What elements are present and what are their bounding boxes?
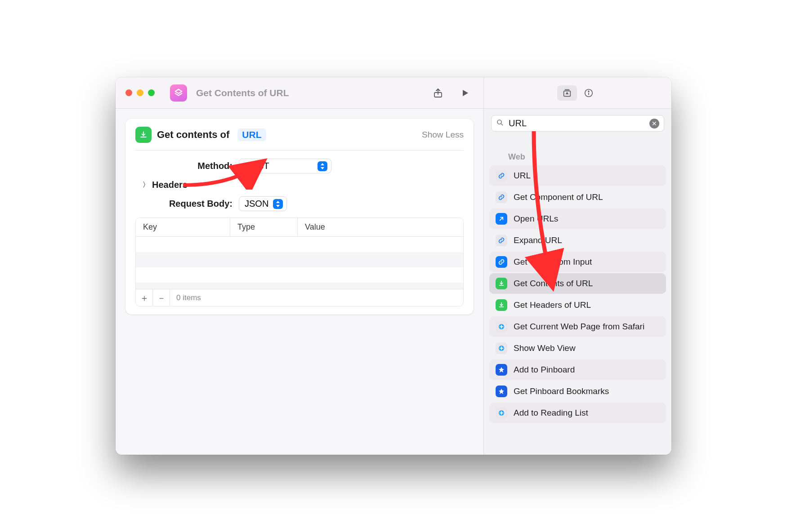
library-item-label: URL <box>514 170 531 181</box>
library-item-label: Show Web View <box>514 343 576 354</box>
library-item-label: Add to Pinboard <box>514 364 575 375</box>
column-header-value[interactable]: Value <box>298 218 463 236</box>
safari-icon <box>496 321 507 332</box>
search-input[interactable] <box>509 118 645 129</box>
titlebar: Get Contents of URL <box>116 77 671 109</box>
library-item-get-headers-of-url[interactable]: Get Headers of URL <box>489 295 666 315</box>
window-title: Get Contents of URL <box>196 88 289 98</box>
method-value: POST <box>245 161 269 171</box>
download-icon <box>496 278 507 289</box>
url-parameter-token[interactable]: URL <box>237 129 266 141</box>
safari-icon <box>496 342 507 354</box>
close-window-button[interactable] <box>125 89 132 96</box>
method-select[interactable]: POST <box>239 159 331 173</box>
titlebar-left: Get Contents of URL <box>116 84 483 102</box>
section-header-web: Web <box>489 150 666 165</box>
library-item-get-urls-from-input[interactable]: Get URLs from Input <box>489 252 666 272</box>
zoom-window-button[interactable] <box>148 89 155 96</box>
library-item-get-pinboard-bookmarks[interactable]: Get Pinboard Bookmarks <box>489 381 666 402</box>
library-item-add-to-pinboard[interactable]: Add to Pinboard <box>489 359 666 380</box>
column-header-key[interactable]: Key <box>136 218 230 236</box>
library-item-label: Get Headers of URL <box>514 300 591 310</box>
link-icon <box>496 256 507 268</box>
column-header-type[interactable]: Type <box>230 218 298 236</box>
info-tab-button[interactable] <box>579 85 599 101</box>
pinboard-icon <box>496 386 507 397</box>
stepper-icon <box>273 199 283 209</box>
library-item-get-current-web-page-safari[interactable]: Get Current Web Page from Safari <box>489 316 666 337</box>
window-controls <box>125 89 155 96</box>
library-item-expand-url[interactable]: Expand URL <box>489 230 666 251</box>
headers-disclosure[interactable]: 〉 Headers <box>143 180 464 190</box>
remove-row-button[interactable]: － <box>153 289 170 306</box>
action-title: Get contents of <box>157 129 229 141</box>
inspector-toolbar <box>483 77 671 108</box>
pinboard-icon <box>496 364 507 376</box>
link-icon <box>496 235 507 246</box>
download-icon <box>496 299 507 311</box>
show-less-button[interactable]: Show Less <box>422 130 464 140</box>
svg-point-3 <box>588 91 589 92</box>
headers-label: Headers <box>152 180 188 190</box>
library-tab-button[interactable] <box>557 85 577 101</box>
search-box[interactable]: ✕ <box>491 115 664 132</box>
safari-icon <box>496 407 507 419</box>
method-label: Method: <box>135 161 239 171</box>
library-item-label: Open URLs <box>514 213 558 224</box>
chevron-right-icon: 〉 <box>143 181 149 189</box>
link-icon <box>496 170 507 182</box>
library-item-url[interactable]: URL <box>489 165 666 186</box>
library-item-label: Add to Reading List <box>514 408 588 418</box>
request-body-select[interactable]: JSON <box>239 196 287 211</box>
library-item-label: Get URLs from Input <box>514 257 592 267</box>
library-item-label: Get Pinboard Bookmarks <box>514 386 609 397</box>
row-count: 0 items <box>170 293 201 302</box>
open-icon <box>496 213 507 225</box>
run-button[interactable] <box>459 87 471 99</box>
editor-canvas[interactable]: Get contents of URL Show Less Method: PO… <box>116 109 483 455</box>
shortcuts-window: Get Contents of URL <box>116 77 671 455</box>
request-body-value: JSON <box>245 199 268 209</box>
search-icon <box>496 119 504 129</box>
library-item-open-urls[interactable]: Open URLs <box>489 208 666 229</box>
library-item-label: Expand URL <box>514 235 562 246</box>
shortcut-app-icon <box>170 84 187 102</box>
library-item-label: Get Component of URL <box>514 192 603 203</box>
action-library-sidebar: ✕ Web URL Get Component of URL Open URLs <box>483 109 671 455</box>
divider <box>135 150 464 151</box>
minimize-window-button[interactable] <box>137 89 143 96</box>
library-item-add-to-reading-list[interactable]: Add to Reading List <box>489 403 666 423</box>
download-icon <box>135 127 152 143</box>
library-item-show-web-view[interactable]: Show Web View <box>489 338 666 359</box>
library-item-label: Get Current Web Page from Safari <box>514 321 644 332</box>
svg-point-4 <box>497 120 501 124</box>
stepper-icon <box>317 161 327 171</box>
link-icon <box>496 191 507 203</box>
request-body-label: Request Body: <box>135 199 239 209</box>
add-row-button[interactable]: ＋ <box>136 289 153 306</box>
library-list[interactable]: Web URL Get Component of URL Open URLs E… <box>484 136 671 455</box>
library-item-label: Get Contents of URL <box>514 278 593 289</box>
library-item-get-contents-of-url[interactable]: Get Contents of URL <box>489 273 666 294</box>
table-body-empty[interactable] <box>136 237 463 289</box>
action-card-get-contents-of-url[interactable]: Get contents of URL Show Less Method: PO… <box>125 119 474 315</box>
share-button[interactable] <box>432 87 444 99</box>
body-table: Key Type Value ＋ － 0 items <box>135 217 464 306</box>
library-item-get-component-of-url[interactable]: Get Component of URL <box>489 187 666 208</box>
clear-search-button[interactable]: ✕ <box>649 119 659 129</box>
